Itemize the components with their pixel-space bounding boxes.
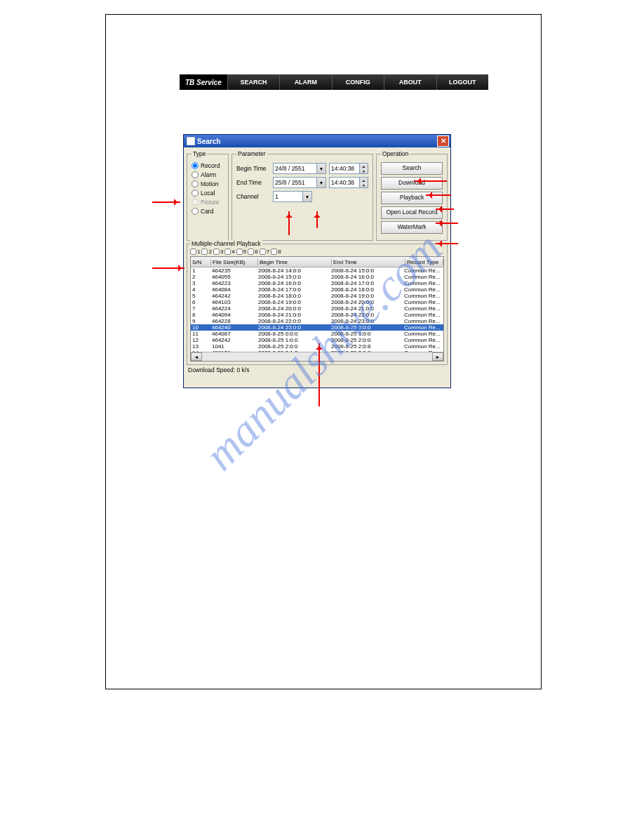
operation-group: Operation Search Download Playback Open … xyxy=(376,150,448,241)
scroll-left-icon[interactable]: ◄ xyxy=(191,352,202,361)
parameter-legend: Parameter xyxy=(236,150,267,157)
top-navbar: TB Service SEARCH ALARM CONFIG ABOUT LOG… xyxy=(180,74,488,90)
spin-up-icon[interactable]: ▲ xyxy=(359,178,368,183)
grid-header[interactable]: S/N File Size(KB) Begin Time End Time Re… xyxy=(191,257,443,267)
col-end[interactable]: End Time xyxy=(332,259,405,265)
table-row[interactable]: 104642402008-8-24 23:0:02008-8-25 0:0:0C… xyxy=(191,324,443,331)
download-speed-value: 0 k/s xyxy=(236,366,249,373)
type-legend: Type xyxy=(192,150,207,157)
spin-up-icon[interactable]: ▲ xyxy=(359,164,368,168)
nav-search[interactable]: SEARCH xyxy=(227,74,279,90)
multiple-channel-playback-group: Multiple-channel Playback 12345678 S/N F… xyxy=(187,244,448,365)
col-sn[interactable]: S/N xyxy=(191,259,211,265)
table-row[interactable]: 44640842008-8-24 17:0:02008-8-24 18:0:0C… xyxy=(191,286,443,293)
table-row[interactable]: 74642242008-8-24 20:0:02008-8-24 21:0:0C… xyxy=(191,305,443,312)
search-dialog: Search ✕ Type Record Alarm Motion Local … xyxy=(183,134,451,388)
mcp-channel-checkbox[interactable]: 7 xyxy=(260,249,269,255)
table-row[interactable]: 54642422008-8-24 18:0:02008-8-24 19:0:0C… xyxy=(191,293,443,299)
operation-legend: Operation xyxy=(381,150,410,157)
type-record[interactable]: Record xyxy=(192,162,224,169)
type-card[interactable]: Card xyxy=(192,208,224,215)
col-size[interactable]: File Size(KB) xyxy=(211,259,258,265)
close-icon[interactable]: ✕ xyxy=(437,135,449,147)
dialog-title: Search xyxy=(197,138,220,145)
spin-down-icon[interactable]: ▼ xyxy=(359,168,368,173)
type-picture: Picture xyxy=(192,199,224,206)
begin-date-combo[interactable]: 24/8 / 2551▼ xyxy=(273,163,326,174)
begin-time-label: Begin Time xyxy=(236,165,270,172)
table-row[interactable]: 1310412008-8-25 2:0:02008-8-25 2:0:8Comm… xyxy=(191,343,443,350)
open-local-record-button[interactable]: Open Local Record xyxy=(381,206,443,219)
table-row[interactable]: 64641032008-8-24 19:0:02008-8-24 20:0:0C… xyxy=(191,299,443,305)
mcp-channel-checkbox[interactable]: 3 xyxy=(213,249,223,255)
end-time-label: End Time xyxy=(236,179,270,186)
annotation-arrow xyxy=(152,201,180,203)
end-date-combo[interactable]: 25/8 / 2551▼ xyxy=(273,177,326,188)
download-button[interactable]: Download xyxy=(381,177,443,190)
begin-time-spinner[interactable]: 14:40:38 ▲▼ xyxy=(329,163,368,174)
mcp-channel-checkbox[interactable]: 5 xyxy=(236,249,246,255)
type-motion[interactable]: Motion xyxy=(192,180,224,187)
mcp-channel-checkbox[interactable]: 2 xyxy=(201,249,211,255)
table-row[interactable]: 24640552008-8-24 15:0:02008-8-24 16:0:0C… xyxy=(191,274,443,280)
col-begin[interactable]: Begin Time xyxy=(258,259,332,265)
spin-down-icon[interactable]: ▼ xyxy=(359,183,368,187)
search-button[interactable]: Search xyxy=(381,162,443,175)
table-row[interactable]: 114640872008-8-25 0:0:02008-8-25 1:0:0Co… xyxy=(191,331,443,337)
type-group: Type Record Alarm Motion Local Picture C… xyxy=(187,150,229,241)
horizontal-scrollbar[interactable]: ◄ ► xyxy=(191,352,443,361)
table-row[interactable]: 14642352008-8-24 14:0:02008-8-24 15:0:0C… xyxy=(191,267,443,274)
nav-logout[interactable]: LOGOUT xyxy=(436,74,488,90)
scroll-right-icon[interactable]: ► xyxy=(432,352,443,361)
col-type[interactable]: Record Type xyxy=(405,259,443,265)
status-footer: Download Speed: 0 k/s xyxy=(184,365,450,375)
mcp-channel-checkbox[interactable]: 6 xyxy=(248,249,257,255)
mcp-channel-checkbox[interactable]: 8 xyxy=(271,249,281,255)
type-alarm[interactable]: Alarm xyxy=(192,171,224,178)
annotation-arrow xyxy=(152,267,185,269)
table-row[interactable]: 34642232008-8-24 16:0:02008-8-24 17:0:0C… xyxy=(191,280,443,286)
table-row[interactable]: 124642422008-8-25 1:0:02008-8-25 2:0:0Co… xyxy=(191,337,443,343)
table-row[interactable]: 94642282008-8-24 22:0:02008-8-24 23:0:0C… xyxy=(191,318,443,324)
end-time-spinner[interactable]: 14:40:38 ▲▼ xyxy=(329,177,368,188)
chevron-down-icon[interactable]: ▼ xyxy=(302,192,311,201)
playback-button[interactable]: Playback xyxy=(381,192,443,204)
chevron-down-icon[interactable]: ▼ xyxy=(316,164,326,173)
mcp-channel-checkbox[interactable]: 1 xyxy=(190,249,200,255)
mcp-legend: Multiple-channel Playback xyxy=(190,240,262,247)
watermark-button[interactable]: WaterMark xyxy=(381,221,443,234)
nav-alarm[interactable]: ALARM xyxy=(279,74,331,90)
mcp-channel-checkbox[interactable]: 4 xyxy=(224,249,234,255)
channel-combo[interactable]: 1▼ xyxy=(273,191,312,202)
window-icon xyxy=(187,137,195,145)
parameter-group: Parameter Begin Time 24/8 / 2551▼ 14:40:… xyxy=(232,150,373,241)
chevron-down-icon[interactable]: ▼ xyxy=(316,178,326,187)
nav-about[interactable]: ABOUT xyxy=(384,74,436,90)
nav-config[interactable]: CONFIG xyxy=(332,74,384,90)
channel-label: Channel xyxy=(236,193,270,200)
download-speed-label: Download Speed: xyxy=(188,366,235,373)
brand-logo: TB Service xyxy=(180,74,227,90)
results-grid[interactable]: S/N File Size(KB) Begin Time End Time Re… xyxy=(190,256,444,362)
type-local[interactable]: Local xyxy=(192,190,224,197)
table-row[interactable]: 84640942008-8-24 21:0:02008-8-24 22:0:0C… xyxy=(191,312,443,318)
dialog-titlebar[interactable]: Search ✕ xyxy=(184,135,450,147)
